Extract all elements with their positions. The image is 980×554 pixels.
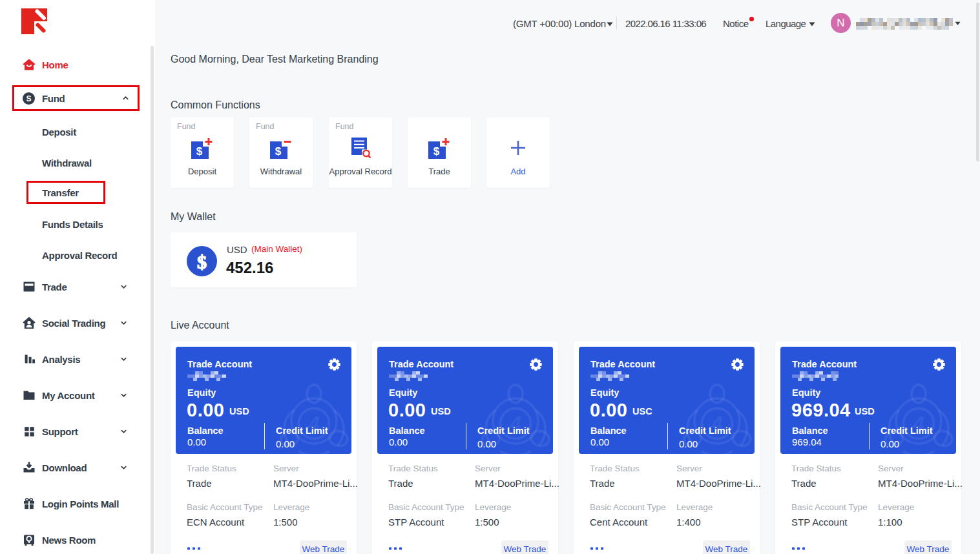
svg-text:S: S bbox=[26, 94, 31, 103]
svg-text:$: $ bbox=[197, 251, 207, 272]
